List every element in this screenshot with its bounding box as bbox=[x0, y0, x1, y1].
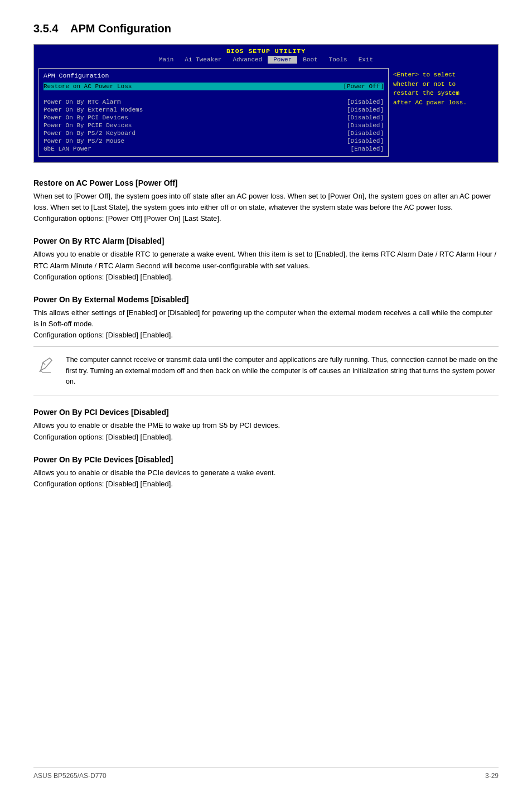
section-restore-ac: Restore on AC Power Loss [Power Off] Whe… bbox=[33, 178, 499, 224]
body-rtc-alarm: Allows you to enable or disable RTC to g… bbox=[33, 249, 499, 282]
bios-tab-power: Power bbox=[268, 56, 297, 64]
section-ext-modems: Power On By External Modems [Disabled] T… bbox=[33, 295, 499, 396]
para-modems-1: This allows either settings of [Enabled]… bbox=[33, 307, 499, 330]
bios-header: BIOS SETUP UTILITY bbox=[34, 45, 498, 55]
bios-screen: BIOS SETUP UTILITY Main Ai Tweaker Advan… bbox=[33, 44, 499, 163]
bios-value-gbe: [Enabled] bbox=[351, 146, 384, 152]
bios-label-pci: Power On By PCI Devices bbox=[43, 114, 133, 121]
bios-tab-ai: Ai Tweaker bbox=[179, 56, 227, 64]
bios-tab-boot: Boot bbox=[297, 56, 323, 64]
bios-panel: APM Configuration Restore on AC Power Lo… bbox=[38, 68, 389, 157]
bios-row-modems: Power On By External Modems [Disabled] bbox=[43, 106, 384, 114]
bios-value-pci: [Disabled] bbox=[347, 114, 384, 121]
body-ext-modems: This allows either settings of [Enabled]… bbox=[33, 307, 499, 341]
bios-row-ps2kbd: Power On By PS/2 Keyboard [Disabled] bbox=[43, 129, 384, 137]
body-pci-devices: Allows you to enable or disable the PME … bbox=[33, 420, 499, 442]
para-rtc-1: Allows you to enable or disable RTC to g… bbox=[33, 249, 499, 271]
bios-label-pcie: Power On By PCIE Devices bbox=[43, 122, 133, 129]
bios-value-pcie: [Disabled] bbox=[347, 122, 384, 129]
bios-label-gbe: GbE LAN Power bbox=[43, 146, 133, 152]
bios-value-rtc: [Disabled] bbox=[347, 99, 384, 105]
bios-label-rtc: Power On By RTC Alarm bbox=[43, 99, 133, 105]
bios-label-ps2kbd: Power On By PS/2 Keyboard bbox=[43, 130, 136, 137]
note-box: The computer cannot receive or transmit … bbox=[33, 346, 499, 395]
heading-restore-ac: Restore on AC Power Loss [Power Off] bbox=[33, 178, 499, 187]
bios-left-panel: APM Configuration Restore on AC Power Lo… bbox=[38, 68, 389, 157]
heading-rtc-alarm: Power On By RTC Alarm [Disabled] bbox=[33, 236, 499, 245]
bios-row-rtc: Power On By RTC Alarm [Disabled] bbox=[43, 98, 384, 106]
bios-row-restore: Restore on AC Power Loss [Power Off] bbox=[43, 83, 384, 90]
para-pci-1: Allows you to enable or disable the PME … bbox=[33, 420, 499, 431]
heading-pci-devices: Power On By PCI Devices [Disabled] bbox=[33, 408, 499, 417]
section-rtc-alarm: Power On By RTC Alarm [Disabled] Allows … bbox=[33, 236, 499, 282]
footer-right: 3-29 bbox=[485, 772, 499, 780]
bios-value-restore: [Power Off] bbox=[343, 83, 384, 90]
bios-value-modems: [Disabled] bbox=[347, 107, 384, 113]
heading-pcie-devices: Power On By PCIe Devices [Disabled] bbox=[33, 455, 499, 464]
footer-left: ASUS BP5265/AS-D770 bbox=[33, 772, 107, 780]
bios-row-spacer bbox=[43, 90, 384, 98]
bios-label-restore: Restore on AC Power Loss bbox=[43, 83, 133, 90]
para-pcie-1: Allows you to enable or disable the PCIe… bbox=[33, 467, 499, 479]
body-pcie-devices: Allows you to enable or disable the PCIe… bbox=[33, 467, 499, 490]
para-restore-1: When set to [Power Off], the system goes… bbox=[33, 191, 499, 213]
para-rtc-2: Configuration options: [Disabled] [Enabl… bbox=[33, 272, 499, 283]
bios-main: APM Configuration Restore on AC Power Lo… bbox=[34, 65, 498, 162]
bios-panel-title: APM Configuration bbox=[43, 72, 384, 79]
para-modems-2: Configuration options: [Disabled] [Enabl… bbox=[33, 330, 499, 341]
bios-row-pcie: Power On By PCIE Devices [Disabled] bbox=[43, 122, 384, 129]
para-pcie-2: Configuration options: [Disabled] [Enabl… bbox=[33, 479, 499, 490]
bios-label-modems: Power On By External Modems bbox=[43, 107, 143, 113]
bios-row-pci: Power On By PCI Devices [Disabled] bbox=[43, 114, 384, 122]
footer: ASUS BP5265/AS-D770 3-29 bbox=[33, 767, 499, 780]
section-number: 3.5.4 bbox=[33, 22, 58, 35]
bios-tab-advanced: Advanced bbox=[227, 56, 268, 64]
bios-row-gbe: GbE LAN Power [Enabled] bbox=[43, 145, 384, 153]
heading-ext-modems: Power On By External Modems [Disabled] bbox=[33, 295, 499, 304]
note-body: The computer cannot receive or transmit … bbox=[66, 355, 499, 387]
bios-label-ps2mouse: Power On By PS/2 Mouse bbox=[43, 138, 133, 144]
section-name: APM Configuration bbox=[70, 22, 171, 35]
para-pci-2: Configuration options: [Disabled] [Enabl… bbox=[33, 432, 499, 443]
bios-tab-tools: Tools bbox=[323, 56, 353, 64]
bios-tab-exit: Exit bbox=[353, 56, 379, 64]
bios-tabs: Main Ai Tweaker Advanced Power Boot Tool… bbox=[34, 56, 498, 64]
section-title: 3.5.4 APM Configuration bbox=[33, 22, 499, 35]
bios-help-panel: <Enter> to selectwhether or not torestar… bbox=[393, 68, 494, 157]
section-pcie-devices: Power On By PCIe Devices [Disabled] Allo… bbox=[33, 455, 499, 490]
body-restore-ac: When set to [Power Off], the system goes… bbox=[33, 191, 499, 224]
bios-value-ps2mouse: [Disabled] bbox=[347, 138, 384, 144]
para-restore-2: Configuration options: [Power Off] [Powe… bbox=[33, 213, 499, 224]
pencil-icon bbox=[35, 355, 56, 376]
bios-tab-main: Main bbox=[153, 56, 179, 64]
bios-value-ps2kbd: [Disabled] bbox=[347, 130, 384, 137]
section-pci-devices: Power On By PCI Devices [Disabled] Allow… bbox=[33, 408, 499, 442]
note-icon bbox=[33, 355, 58, 376]
bios-row-ps2mouse: Power On By PS/2 Mouse [Disabled] bbox=[43, 137, 384, 145]
